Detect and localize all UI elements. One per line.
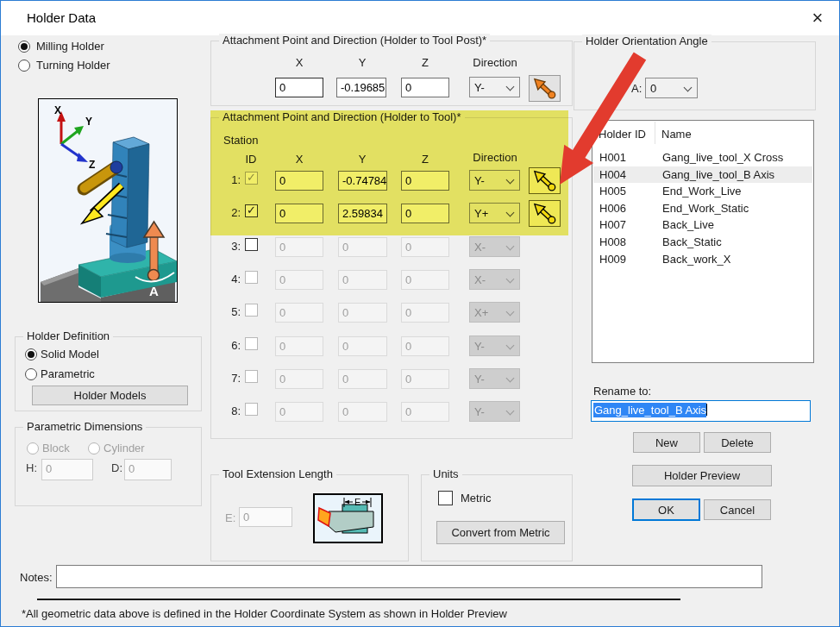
parametric-dimensions-title: Parametric Dimensions [23, 420, 146, 433]
station-6-direction-value: Y- [474, 340, 485, 353]
station-7-direction-select: Y- [469, 368, 520, 389]
metric-label: Metric [461, 492, 491, 505]
station-1-checkbox: ✓ [245, 172, 258, 185]
parametric-label: Parametric [41, 367, 95, 380]
tool-post-y-input[interactable]: -0.19685 [336, 78, 386, 97]
tool-extension-diagram-svg: E [315, 495, 381, 542]
station-5-y-input: 0 [338, 303, 387, 323]
solid-model-radio[interactable] [25, 348, 37, 361]
convert-from-metric-button[interactable]: Convert from Metric [436, 521, 565, 544]
station-3-checkbox[interactable] [245, 238, 258, 251]
station-1-y-input[interactable]: -0.74784 [338, 171, 387, 191]
station-col-direction: Direction [465, 151, 525, 164]
holder-preview-button[interactable]: Holder Preview [632, 465, 772, 486]
holder-name-cell: Gang_live_tool_X Cross [662, 151, 783, 164]
holder-id-cell: H008 [599, 235, 626, 248]
tool-post-col-z: Z [401, 56, 449, 69]
holder-list-row-H008[interactable]: H008Back_Static [593, 234, 812, 250]
chevron-down-icon [506, 342, 515, 350]
station-4-label: 4: [220, 273, 241, 285]
station-5-direction-value: X+ [474, 306, 488, 319]
holder-list-row-H006[interactable]: H006End_Work_Static [593, 200, 812, 216]
station-2-direction-select[interactable]: Y+ [469, 203, 520, 223]
holder-name-cell: Back_work_X [662, 253, 730, 266]
angle-a-label: A [149, 284, 159, 298]
block-radio [27, 442, 39, 455]
holder-id-cell: H001 [599, 151, 626, 164]
chevron-down-icon [506, 209, 515, 217]
holder-id-cell: H007 [599, 218, 626, 231]
tool-post-direction-picker-button[interactable] [529, 75, 561, 102]
metric-checkbox[interactable] [438, 491, 453, 505]
new-button[interactable]: New [633, 432, 700, 453]
station-1-direction-picker-button[interactable] [529, 167, 561, 194]
axis-z-label: Z [89, 159, 95, 171]
holder-list-row-H004[interactable]: H004Gang_live_tool_B Axis [593, 166, 812, 183]
station-8-checkbox [245, 403, 258, 416]
station-2-checkbox[interactable]: ✓ [245, 204, 258, 217]
holder-name-cell: End_Work_Static [662, 202, 749, 215]
direction-arrow-icon [532, 170, 558, 192]
solid-model-label: Solid Model [41, 348, 99, 361]
station-2-direction-value: Y+ [474, 207, 488, 220]
station-1-direction-select[interactable]: Y- [469, 170, 520, 191]
list-col-name: Name [661, 128, 692, 141]
holder-models-button[interactable]: Holder Models [32, 386, 188, 405]
holder-list-row-H005[interactable]: H005End_Work_Live [593, 183, 812, 199]
tool-post-z-input[interactable]: 0 [401, 78, 449, 97]
d-input[interactable]: 0 [124, 459, 172, 480]
station-2-y-input[interactable]: 2.59834 [338, 204, 387, 223]
tool-post-col-y: Y [338, 56, 386, 69]
station-6-y-input: 0 [338, 336, 387, 356]
station-2-x-input[interactable]: 0 [275, 204, 323, 223]
chevron-down-icon [684, 84, 693, 92]
notes-input[interactable] [56, 565, 762, 588]
holder-list[interactable]: Holder ID Name H001Gang_live_tool_X Cros… [592, 120, 814, 363]
ok-button[interactable]: OK [632, 498, 700, 521]
h-input[interactable]: 0 [41, 459, 93, 480]
holder-list-row-H001[interactable]: H001Gang_live_tool_X Cross [593, 149, 812, 166]
chevron-down-icon [506, 407, 515, 416]
rename-input[interactable]: Gang_live_tool_B Axis [591, 400, 811, 422]
axis-y-label: Y [85, 116, 92, 128]
holder-name-cell: End_Work_Live [662, 185, 742, 198]
tool-post-col-x: X [275, 56, 323, 69]
station-1-x-input[interactable]: 0 [275, 171, 323, 191]
tool-post-direction-select[interactable]: Y- [469, 77, 520, 97]
tool-post-x-input[interactable]: 0 [275, 78, 323, 97]
holder-list-row-H007[interactable]: H007Back_Live [593, 216, 812, 233]
units-group: Units [421, 474, 573, 561]
turning-holder-radio[interactable] [18, 60, 30, 72]
station-2-direction-picker-button[interactable] [529, 200, 561, 227]
parametric-radio[interactable] [25, 368, 37, 380]
e-input[interactable]: 0 [239, 507, 292, 527]
text-caret [706, 404, 707, 416]
tool-extension-title: Tool Extension Length [219, 467, 336, 480]
chevron-down-icon [506, 83, 515, 91]
axis-x-label: X [54, 104, 61, 116]
station-2-z-input[interactable]: 0 [401, 204, 449, 223]
delete-button[interactable]: Delete [704, 432, 771, 453]
tool-post-col-direction: Direction [465, 56, 525, 69]
station-col-id: ID [235, 153, 266, 166]
list-column-divider [655, 122, 655, 144]
rename-selected-text: Gang_live_tool_B Axis [593, 403, 706, 417]
station-4-direction-select: X- [469, 269, 520, 290]
milling-holder-radio[interactable] [18, 41, 30, 53]
station-1-direction-value: Y- [474, 174, 485, 187]
a-angle-select[interactable]: 0 [645, 78, 698, 98]
holder-3d-preview: X Y Z [39, 99, 177, 302]
station-7-z-input: 0 [401, 369, 449, 389]
station-3-z-input: 0 [401, 237, 449, 257]
cancel-button[interactable]: Cancel [704, 499, 771, 520]
h-label: H: [26, 461, 37, 474]
holder-name-cell: Back_Static [662, 235, 722, 248]
holder-list-row-H009[interactable]: H009Back_work_X [593, 251, 812, 267]
station-1-z-input[interactable]: 0 [401, 171, 449, 191]
station-8-x-input: 0 [275, 402, 323, 422]
units-title: Units [429, 467, 462, 480]
close-icon[interactable]: × [805, 6, 831, 30]
rename-label: Rename to: [593, 385, 651, 398]
tool-post-group-title: Attachment Point and Direction (Holder t… [219, 34, 490, 47]
notes-label: Notes: [20, 571, 53, 584]
